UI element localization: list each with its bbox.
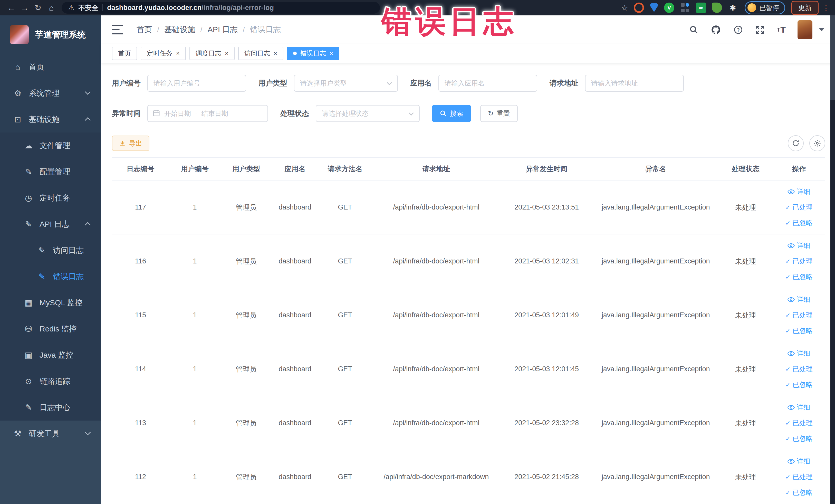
tab-job[interactable]: 定时任务 × (141, 47, 186, 60)
processed-link[interactable]: ✓ 已处理 (785, 365, 812, 374)
sidebar-item-redis[interactable]: ⛁ Redis 监控 (0, 316, 101, 342)
processed-link[interactable]: ✓ 已处理 (785, 472, 812, 481)
close-icon[interactable]: × (273, 50, 277, 57)
font-size-icon[interactable]: TT (777, 25, 786, 35)
sidebar-item-home[interactable]: ⌂ 首页 (0, 54, 101, 80)
ignored-link[interactable]: ✓ 已忽略 (785, 219, 812, 227)
column-settings-button[interactable] (809, 135, 825, 151)
processed-link[interactable]: ✓ 已处理 (785, 203, 812, 212)
detail-link[interactable]: 详细 (788, 457, 810, 466)
sidebar-item-log-center[interactable]: ✎ 日志中心 (0, 395, 101, 421)
page-scrollbar[interactable] (830, 15, 835, 504)
processed-link[interactable]: ✓ 已处理 (785, 311, 812, 320)
sidebar-item-job[interactable]: ◷ 定时任务 (0, 185, 101, 211)
tab-access-log[interactable]: 访问日志 × (238, 47, 283, 60)
extension-grid-icon[interactable] (680, 3, 690, 13)
cell-app: dashboard (272, 181, 318, 235)
sidebar-item-api-log[interactable]: ✎ API 日志 (0, 211, 101, 237)
breadcrumb-home[interactable]: 首页 (137, 24, 152, 35)
url-path: /infra/log/api-error-log (202, 4, 274, 12)
export-button[interactable]: 导出 (112, 136, 149, 151)
bookmark-star-icon[interactable]: ☆ (621, 3, 628, 12)
extension-onoff-icon[interactable]: on (696, 3, 706, 13)
detail-link[interactable]: 详细 (788, 187, 810, 196)
sidebar-item-label: Redis 监控 (40, 324, 77, 334)
sidebar-item-trace[interactable]: ⊙ 链路追踪 (0, 368, 101, 395)
extension-blue-drop-icon[interactable] (650, 3, 658, 12)
extension-orange-icon[interactable] (634, 3, 644, 13)
log-edit-icon: ✎ (36, 245, 48, 255)
ignored-link[interactable]: ✓ 已忽略 (785, 380, 812, 389)
cell-time: 2021-05-03 12:02:31 (501, 235, 593, 288)
cell-status: 未处理 (719, 235, 773, 288)
close-icon[interactable]: × (330, 50, 333, 57)
table-row: 113 1 管理员 dashboard GET /api/infra/db-do… (112, 396, 825, 450)
check-icon: ✓ (785, 489, 790, 496)
tab-error-log[interactable]: 错误日志 × (287, 47, 339, 60)
sidebar-item-system[interactable]: ⚙ 系统管理 (0, 80, 101, 106)
request-url-input[interactable] (585, 75, 684, 92)
user-avatar[interactable] (797, 20, 812, 39)
processed-link[interactable]: ✓ 已处理 (785, 257, 812, 266)
app-title: 芋道管理系统 (35, 29, 86, 41)
extension-leaf-icon[interactable] (712, 3, 722, 13)
app-name-input[interactable] (439, 75, 537, 92)
ignored-link[interactable]: ✓ 已忽略 (785, 488, 812, 497)
browser-forward-icon[interactable]: → (18, 3, 31, 13)
tab-job-log[interactable]: 调度日志 × (189, 47, 235, 60)
sidebar-item-file[interactable]: ☁ 文件管理 (0, 133, 101, 159)
sidebar-item-java[interactable]: ▣ Java 监控 (0, 342, 101, 368)
java-monitor-icon: ▣ (23, 350, 34, 360)
detail-link[interactable]: 详细 (788, 295, 810, 304)
avatar-caret-down-icon[interactable] (819, 28, 824, 31)
ignored-link[interactable]: ✓ 已忽略 (785, 434, 812, 443)
browser-back-icon[interactable]: ← (5, 3, 18, 13)
browser-home-icon[interactable]: ⌂ (45, 3, 58, 13)
sidebar-item-infra[interactable]: ⊡ 基础设施 (0, 106, 101, 133)
log-edit-icon: ✎ (23, 219, 34, 229)
refresh-circle-button[interactable] (788, 135, 804, 151)
close-icon[interactable]: × (225, 50, 228, 57)
help-circle-icon[interactable]: ? (733, 25, 743, 35)
detail-link[interactable]: 详细 (788, 349, 810, 358)
sidebar-item-label: 首页 (29, 62, 44, 73)
exception-time-range-picker[interactable]: 开始日期 - 结束日期 (147, 105, 268, 122)
reset-button[interactable]: ↻ 重置 (480, 105, 518, 122)
extensions-puzzle-icon[interactable]: ✱ (728, 3, 738, 13)
breadcrumb-infra[interactable]: 基础设施 (164, 24, 195, 35)
processed-link[interactable]: ✓ 已处理 (785, 419, 812, 427)
close-icon[interactable]: × (176, 50, 180, 57)
scrollbar-thumb[interactable] (830, 15, 835, 100)
ignored-link[interactable]: ✓ 已忽略 (785, 273, 812, 281)
search-icon[interactable] (689, 25, 698, 35)
browser-reload-icon[interactable]: ↻ (31, 3, 45, 13)
sidebar-item-mysql[interactable]: ▦ MySQL 监控 (0, 289, 101, 316)
browser-update-button[interactable]: 更新 (791, 1, 819, 15)
detail-link[interactable]: 详细 (788, 241, 810, 250)
sidebar-collapse-icon[interactable] (112, 25, 123, 35)
tab-label: 错误日志 (300, 49, 326, 58)
table-row: 112 1 管理员 dashboard GET /api/infra/db-do… (112, 450, 825, 504)
tab-home[interactable]: 首页 (112, 47, 137, 60)
col-actions: 操作 (773, 158, 825, 181)
address-bar[interactable]: ⚠ 不安全 dashboard.yudao.iocoder.cn/infra/l… (62, 2, 380, 14)
user-type-select[interactable]: 请选择用户类型 (294, 75, 398, 92)
profile-paused-badge[interactable]: 已暂停 (745, 1, 785, 14)
process-status-select[interactable]: 请选择处理状态 (316, 105, 420, 122)
sidebar-item-dev-tools[interactable]: ⚒ 研发工具 (0, 421, 101, 447)
app-logo-row[interactable]: 芋道管理系统 (0, 15, 101, 54)
detail-link[interactable]: 详细 (788, 403, 810, 412)
user-id-input[interactable] (147, 75, 246, 92)
sidebar-item-error-log[interactable]: ✎ 错误日志 (0, 263, 101, 289)
cell-user-id: 1 (169, 450, 221, 504)
github-icon[interactable] (711, 25, 721, 35)
breadcrumb-api-log[interactable]: API 日志 (208, 24, 238, 35)
ignored-link[interactable]: ✓ 已忽略 (785, 326, 812, 335)
sidebar-item-access-log[interactable]: ✎ 访问日志 (0, 237, 101, 263)
browser-menu-dots-icon[interactable]: ⋮ (822, 3, 830, 12)
extension-green-icon[interactable]: V (664, 3, 674, 13)
search-button[interactable]: 搜索 (432, 105, 471, 122)
fullscreen-icon[interactable] (755, 25, 765, 35)
sidebar-item-config[interactable]: ✎ 配置管理 (0, 159, 101, 185)
cell-exception: java.lang.IllegalArgumentException (593, 181, 719, 235)
